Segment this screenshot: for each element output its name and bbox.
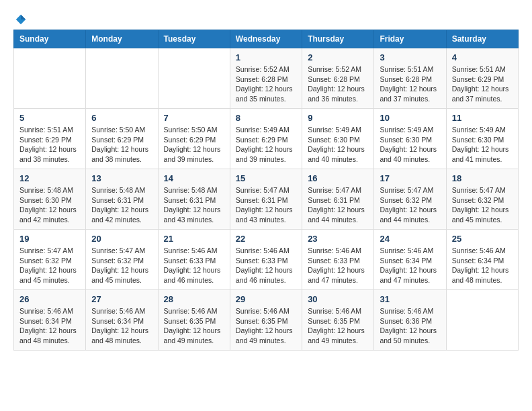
calendar-cell: 10 Sunrise: 5:49 AMSunset: 6:30 PMDaylig… (374, 109, 446, 169)
day-info: Sunrise: 5:46 AMSunset: 6:34 PMDaylight:… (380, 246, 437, 284)
day-number: 30 (308, 294, 368, 304)
calendar-cell: 31 Sunrise: 5:46 AMSunset: 6:36 PMDaylig… (374, 290, 446, 351)
day-number: 23 (308, 234, 368, 244)
calendar-cell: 14 Sunrise: 5:48 AMSunset: 6:31 PMDaylig… (158, 169, 230, 230)
day-info: Sunrise: 5:47 AMSunset: 6:32 PMDaylight:… (91, 246, 148, 284)
day-info: Sunrise: 5:46 AMSunset: 6:35 PMDaylight:… (308, 307, 365, 345)
day-info: Sunrise: 5:47 AMSunset: 6:32 PMDaylight:… (380, 186, 437, 224)
day-info: Sunrise: 5:47 AMSunset: 6:31 PMDaylight:… (236, 186, 293, 224)
weekday-header: Wednesday (230, 30, 302, 48)
calendar-cell: 28 Sunrise: 5:46 AMSunset: 6:35 PMDaylig… (158, 290, 230, 351)
day-number: 6 (91, 113, 152, 123)
weekday-header: Saturday (446, 30, 518, 48)
day-info: Sunrise: 5:46 AMSunset: 6:34 PMDaylight:… (91, 307, 148, 345)
calendar-cell: 26 Sunrise: 5:46 AMSunset: 6:34 PMDaylig… (14, 290, 86, 351)
calendar-week-row: 26 Sunrise: 5:46 AMSunset: 6:34 PMDaylig… (14, 290, 519, 351)
day-number: 15 (236, 173, 296, 183)
calendar-cell: 5 Sunrise: 5:51 AMSunset: 6:29 PMDayligh… (14, 109, 86, 169)
day-info: Sunrise: 5:46 AMSunset: 6:33 PMDaylight:… (308, 246, 365, 284)
day-number: 24 (380, 234, 440, 244)
day-number: 31 (380, 294, 440, 304)
day-info: Sunrise: 5:46 AMSunset: 6:35 PMDaylight:… (236, 307, 293, 345)
day-info: Sunrise: 5:46 AMSunset: 6:33 PMDaylight:… (164, 246, 221, 284)
day-number: 9 (308, 113, 368, 123)
day-info: Sunrise: 5:48 AMSunset: 6:30 PMDaylight:… (19, 186, 77, 224)
calendar-cell: 23 Sunrise: 5:46 AMSunset: 6:33 PMDaylig… (302, 230, 374, 290)
weekday-header-row: SundayMondayTuesdayWednesdayThursdayFrid… (14, 30, 519, 48)
day-info: Sunrise: 5:51 AMSunset: 6:28 PMDaylight:… (380, 65, 437, 103)
logo-icon (15, 13, 27, 26)
day-info: Sunrise: 5:47 AMSunset: 6:32 PMDaylight:… (452, 186, 509, 224)
day-info: Sunrise: 5:52 AMSunset: 6:28 PMDaylight:… (236, 65, 293, 103)
weekday-header: Sunday (14, 30, 86, 48)
day-number: 25 (452, 234, 513, 244)
calendar-cell: 11 Sunrise: 5:49 AMSunset: 6:30 PMDaylig… (446, 109, 518, 169)
calendar-cell: 1 Sunrise: 5:52 AMSunset: 6:28 PMDayligh… (230, 48, 302, 109)
day-info: Sunrise: 5:49 AMSunset: 6:30 PMDaylight:… (380, 126, 437, 163)
calendar-cell (14, 48, 86, 109)
weekday-header: Monday (86, 30, 158, 48)
calendar-cell: 18 Sunrise: 5:47 AMSunset: 6:32 PMDaylig… (446, 169, 518, 230)
day-info: Sunrise: 5:49 AMSunset: 6:30 PMDaylight:… (308, 126, 365, 163)
calendar-week-row: 1 Sunrise: 5:52 AMSunset: 6:28 PMDayligh… (14, 48, 519, 109)
logo (13, 13, 27, 23)
day-number: 14 (164, 173, 224, 183)
calendar-cell: 12 Sunrise: 5:48 AMSunset: 6:30 PMDaylig… (14, 169, 86, 230)
calendar-cell: 20 Sunrise: 5:47 AMSunset: 6:32 PMDaylig… (86, 230, 158, 290)
day-info: Sunrise: 5:46 AMSunset: 6:35 PMDaylight:… (164, 307, 221, 345)
day-info: Sunrise: 5:51 AMSunset: 6:29 PMDaylight:… (19, 126, 77, 163)
day-number: 2 (308, 52, 368, 62)
calendar-cell: 21 Sunrise: 5:46 AMSunset: 6:33 PMDaylig… (158, 230, 230, 290)
calendar-cell: 15 Sunrise: 5:47 AMSunset: 6:31 PMDaylig… (230, 169, 302, 230)
day-number: 13 (91, 173, 152, 183)
calendar-table: SundayMondayTuesdayWednesdayThursdayFrid… (13, 30, 519, 351)
page-header (13, 13, 519, 23)
day-number: 4 (452, 52, 513, 62)
day-info: Sunrise: 5:46 AMSunset: 6:33 PMDaylight:… (236, 246, 293, 284)
day-number: 21 (164, 234, 224, 244)
day-number: 8 (236, 113, 296, 123)
calendar-cell: 13 Sunrise: 5:48 AMSunset: 6:31 PMDaylig… (86, 169, 158, 230)
day-info: Sunrise: 5:48 AMSunset: 6:31 PMDaylight:… (164, 186, 221, 224)
calendar-week-row: 12 Sunrise: 5:48 AMSunset: 6:30 PMDaylig… (14, 169, 519, 230)
day-number: 29 (236, 294, 296, 304)
calendar-cell: 16 Sunrise: 5:47 AMSunset: 6:31 PMDaylig… (302, 169, 374, 230)
day-number: 20 (91, 234, 152, 244)
day-number: 22 (236, 234, 296, 244)
calendar-cell: 8 Sunrise: 5:49 AMSunset: 6:29 PMDayligh… (230, 109, 302, 169)
weekday-header: Tuesday (158, 30, 230, 48)
calendar-cell: 29 Sunrise: 5:46 AMSunset: 6:35 PMDaylig… (230, 290, 302, 351)
calendar-cell: 25 Sunrise: 5:46 AMSunset: 6:34 PMDaylig… (446, 230, 518, 290)
day-info: Sunrise: 5:50 AMSunset: 6:29 PMDaylight:… (164, 126, 221, 163)
day-number: 18 (452, 173, 513, 183)
calendar-cell (86, 48, 158, 109)
day-info: Sunrise: 5:50 AMSunset: 6:29 PMDaylight:… (91, 126, 148, 163)
day-number: 10 (380, 113, 440, 123)
day-number: 16 (308, 173, 368, 183)
calendar-cell: 22 Sunrise: 5:46 AMSunset: 6:33 PMDaylig… (230, 230, 302, 290)
calendar-cell: 6 Sunrise: 5:50 AMSunset: 6:29 PMDayligh… (86, 109, 158, 169)
day-info: Sunrise: 5:49 AMSunset: 6:29 PMDaylight:… (236, 126, 293, 163)
day-number: 26 (19, 294, 80, 304)
day-number: 7 (164, 113, 224, 123)
day-info: Sunrise: 5:47 AMSunset: 6:31 PMDaylight:… (308, 186, 365, 224)
day-number: 17 (380, 173, 440, 183)
calendar-cell: 3 Sunrise: 5:51 AMSunset: 6:28 PMDayligh… (374, 48, 446, 109)
weekday-header: Friday (374, 30, 446, 48)
calendar-week-row: 19 Sunrise: 5:47 AMSunset: 6:32 PMDaylig… (14, 230, 519, 290)
calendar-week-row: 5 Sunrise: 5:51 AMSunset: 6:29 PMDayligh… (14, 109, 519, 169)
calendar-cell (158, 48, 230, 109)
calendar-cell: 2 Sunrise: 5:52 AMSunset: 6:28 PMDayligh… (302, 48, 374, 109)
day-info: Sunrise: 5:51 AMSunset: 6:29 PMDaylight:… (452, 65, 509, 103)
day-info: Sunrise: 5:46 AMSunset: 6:34 PMDaylight:… (19, 307, 77, 345)
day-info: Sunrise: 5:48 AMSunset: 6:31 PMDaylight:… (91, 186, 148, 224)
calendar-cell: 30 Sunrise: 5:46 AMSunset: 6:35 PMDaylig… (302, 290, 374, 351)
calendar-cell: 27 Sunrise: 5:46 AMSunset: 6:34 PMDaylig… (86, 290, 158, 351)
day-info: Sunrise: 5:47 AMSunset: 6:32 PMDaylight:… (19, 246, 77, 284)
day-number: 27 (91, 294, 152, 304)
day-number: 19 (19, 234, 80, 244)
calendar-cell: 9 Sunrise: 5:49 AMSunset: 6:30 PMDayligh… (302, 109, 374, 169)
day-info: Sunrise: 5:46 AMSunset: 6:36 PMDaylight:… (380, 307, 437, 345)
calendar-cell: 19 Sunrise: 5:47 AMSunset: 6:32 PMDaylig… (14, 230, 86, 290)
day-number: 3 (380, 52, 440, 62)
